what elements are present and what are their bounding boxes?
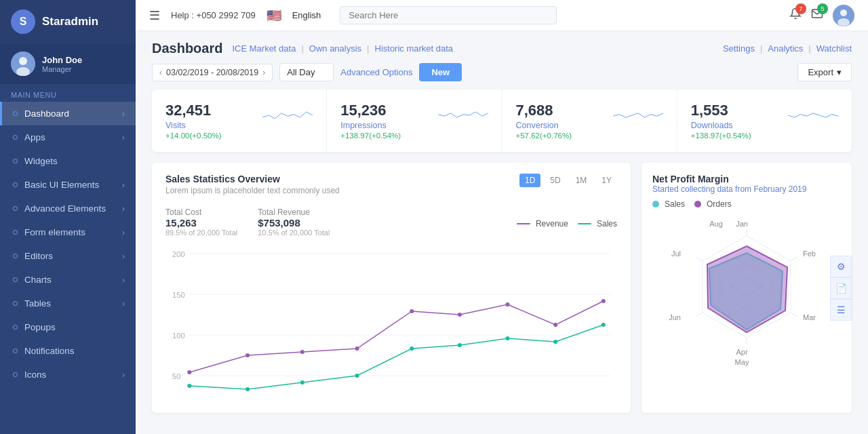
messages-button[interactable]: 5 (811, 7, 823, 23)
topbar-icons: 7 5 (789, 5, 854, 26)
stat-change-1: +138.97(+0.54%) (340, 132, 425, 140)
sidebar-label-notifications: Notifications (24, 346, 75, 356)
svg-line-37 (791, 257, 797, 261)
net-profit-legend: SalesOrders (652, 199, 841, 209)
sidebar-dot-icons (13, 372, 18, 377)
avatar (11, 52, 35, 76)
svg-point-16 (300, 350, 304, 354)
svg-point-23 (187, 384, 191, 388)
svg-text:50: 50 (172, 372, 180, 380)
stat-card-conversion: 7,688 Conversion +57.62(+0.76%) (502, 90, 677, 152)
sidebar-arrow-editors: › (122, 252, 125, 261)
advanced-options-button[interactable]: Advanced Options (340, 67, 412, 77)
stat-change-2: +57.62(+0.76%) (516, 132, 601, 140)
svg-point-25 (300, 380, 304, 384)
topbar: ☰ Help : +050 2992 709 🇺🇸 English 7 5 (136, 0, 868, 31)
document-float-button[interactable]: 📄 (830, 277, 852, 299)
svg-line-41 (696, 257, 703, 261)
stat-card-downloads: 1,553 Downloads +138.97(+0.54%) (677, 90, 852, 152)
sidebar-arrow-icons: › (122, 370, 125, 380)
sidebar-item-popups[interactable]: Popups (0, 315, 136, 339)
page-content: Dashboard ICE Market data | Own analysis… (136, 31, 868, 434)
sidebar-item-widgets[interactable]: Widgets (0, 149, 136, 173)
net-legend-sales: Sales (652, 199, 685, 209)
sidebar-item-charts[interactable]: Charts › (0, 268, 136, 292)
svg-text:Jan: Jan (736, 220, 748, 228)
svg-text:Jul: Jul (671, 250, 681, 258)
sidebar-dot-notifications (13, 349, 18, 353)
svg-text:Apr: Apr (736, 348, 747, 356)
time-filter-select[interactable]: All Day 1 Hour 6 Hours (279, 63, 334, 81)
sidebar-item-icons[interactable]: Icons › (0, 363, 136, 387)
period-btn-1m[interactable]: 1M (570, 174, 593, 187)
radar-chart-svg: Jan Feb Mar Apr May Jun Jul Aug (655, 216, 838, 378)
watchlist-link[interactable]: Watchlist (816, 43, 852, 54)
svg-line-38 (791, 313, 797, 317)
sidebar-item-notifications[interactable]: Notifications (0, 339, 136, 363)
settings-link[interactable]: Settings (723, 43, 755, 54)
sparkline-2 (609, 102, 663, 129)
sales-chart-svg: 200 150 100 50 (165, 243, 617, 399)
sales-chart-title: Sales Statistics Overview (165, 174, 340, 184)
language-label[interactable]: English (292, 10, 321, 20)
stats-row: 32,451 Visits +14.00(+0.50%) 15,236 Impr… (152, 90, 852, 152)
search-box (340, 6, 557, 24)
svg-point-19 (458, 313, 462, 317)
sidebar-dot-basic-ui (13, 182, 18, 187)
period-btn-1y[interactable]: 1Y (596, 174, 617, 187)
stat-change-0: +14.00(+0.50%) (165, 132, 250, 140)
tab-ice-market[interactable]: ICE Market data (232, 43, 296, 54)
tab-historic[interactable]: Historic market data (375, 43, 454, 54)
settings-float-button[interactable]: ⚙ (830, 256, 852, 277)
period-buttons: 1D5D1M1Y (519, 174, 617, 187)
sparkline-3 (784, 102, 838, 129)
sidebar-username: John Doe (42, 55, 82, 65)
search-input[interactable] (340, 6, 557, 24)
svg-point-20 (506, 302, 510, 307)
dashboard-title-area: Dashboard ICE Market data | Own analysis… (152, 41, 453, 56)
svg-point-18 (410, 309, 414, 313)
date-next-button[interactable]: › (262, 68, 265, 77)
svg-point-21 (553, 323, 557, 327)
tab-own-analysis[interactable]: Own analysis (309, 43, 361, 54)
svg-point-24 (245, 387, 250, 391)
stat-card-impressions: 15,236 Impressions +138.97(+0.54%) (327, 90, 502, 152)
sidebar-label-tables: Tables (24, 298, 51, 309)
sidebar-dot-widgets (13, 159, 18, 163)
sidebar-item-editors[interactable]: Editors › (0, 244, 136, 268)
list-float-button[interactable]: ☰ (830, 299, 852, 321)
sidebar-item-apps[interactable]: Apps › (0, 125, 136, 149)
sidebar-label-basic-ui: Basic UI Elements (24, 180, 99, 190)
date-prev-button[interactable]: ‹ (159, 68, 162, 77)
sidebar-label-icons: Icons (24, 370, 46, 380)
analytics-link[interactable]: Analytics (768, 43, 803, 54)
chart-legend: RevenueSales (517, 219, 617, 229)
sidebar-item-tables[interactable]: Tables › (0, 292, 136, 315)
sidebar-item-advanced-elements[interactable]: Advanced Elements › (0, 197, 136, 220)
svg-point-1 (19, 57, 27, 65)
dashboard-header: Dashboard ICE Market data | Own analysis… (136, 31, 868, 63)
new-button[interactable]: New (419, 63, 462, 81)
hamburger-icon[interactable]: ☰ (149, 8, 160, 23)
sidebar-item-basic-ui[interactable]: Basic UI Elements › (0, 173, 136, 197)
svg-text:Jun: Jun (669, 313, 681, 321)
sidebar-arrow-dashboard: › (122, 109, 125, 119)
svg-text:150: 150 (172, 291, 185, 299)
svg-point-5 (837, 18, 850, 26)
svg-text:Mar: Mar (803, 313, 816, 321)
net-profit-card: Net Profit Margin Started collecting dat… (642, 163, 852, 413)
sidebar-user-info: John Doe Manager (42, 55, 82, 73)
net-profit-subtitle: Started collecting data from February 20… (652, 184, 841, 194)
stat-change-3: +138.97(+0.54%) (691, 132, 776, 140)
svg-point-27 (410, 347, 414, 351)
export-button[interactable]: Export ▾ (797, 63, 852, 81)
sidebar-item-form-elements[interactable]: Form elements › (0, 220, 136, 244)
sidebar-item-dashboard[interactable]: Dashboard › (0, 102, 136, 125)
svg-point-22 (601, 299, 606, 303)
user-avatar-button[interactable] (833, 5, 854, 26)
notification-bell-button[interactable]: 7 (789, 7, 802, 23)
main-area: ☰ Help : +050 2992 709 🇺🇸 English 7 5 (136, 0, 868, 434)
date-range-display: 03/02/2019 - 20/08/2019 (166, 68, 258, 77)
period-btn-5d[interactable]: 5D (545, 174, 566, 187)
period-btn-1d[interactable]: 1D (519, 174, 540, 187)
